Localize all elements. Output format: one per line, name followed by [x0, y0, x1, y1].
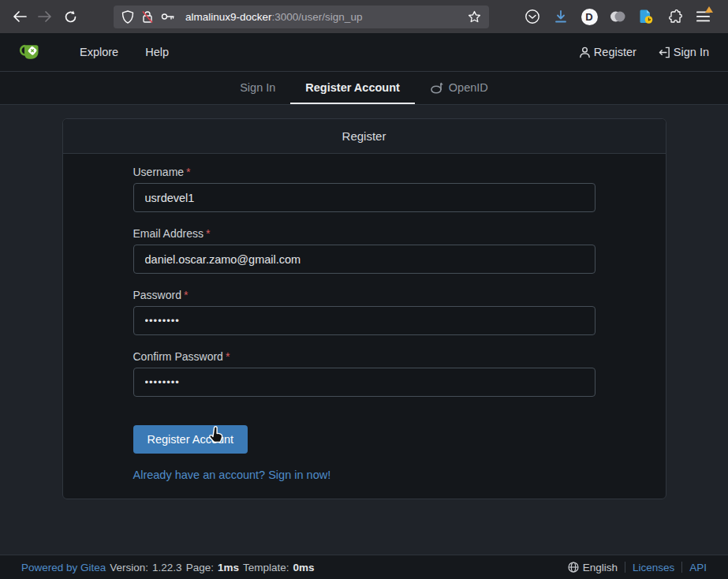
page-time-label: Page:	[186, 562, 214, 573]
footer: Powered by Gitea Version: 1.22.3 Page: 1…	[0, 555, 728, 579]
nav-help[interactable]: Help	[132, 46, 182, 58]
menu-icon[interactable]	[692, 4, 714, 29]
globe-icon	[568, 562, 579, 573]
downloads-icon[interactable]	[550, 4, 572, 29]
insecure-lock-icon[interactable]	[141, 10, 154, 24]
panel-title: Register	[63, 119, 666, 154]
tab-register-account[interactable]: Register Account	[290, 72, 415, 104]
api-link[interactable]: API	[689, 562, 707, 573]
openid-icon	[430, 80, 444, 95]
url-bar[interactable]: almalinux9-docker:3000/user/sign_up	[114, 6, 489, 28]
username-field-group: Username*	[133, 166, 595, 212]
template-time-label: Template:	[243, 562, 289, 573]
username-input[interactable]	[133, 183, 595, 212]
translate-doc-icon[interactable]	[635, 4, 657, 29]
forward-icon[interactable]	[32, 4, 58, 29]
page-body: Register Username* Email Address* Passwo…	[0, 105, 728, 555]
reload-icon[interactable]	[58, 4, 83, 29]
version-value: 1.22.3	[152, 562, 182, 573]
confirm-password-input[interactable]	[133, 368, 595, 397]
url-text[interactable]: almalinux9-docker:3000/user/sign_up	[185, 11, 468, 23]
sign-in-now-link[interactable]: Already have an account? Sign in now!	[133, 469, 595, 481]
licenses-link[interactable]: Licenses	[633, 562, 674, 573]
extensions-puzzle-icon[interactable]	[663, 4, 685, 29]
required-mark: *	[184, 289, 188, 301]
containers-icon[interactable]	[607, 4, 629, 29]
nav-sign-in[interactable]: Sign In	[659, 46, 709, 58]
password-input[interactable]	[133, 306, 595, 335]
password-label: Password*	[133, 289, 595, 301]
gitea-navbar: Explore Help Register Sign In	[0, 33, 728, 72]
confirm-password-field-group: Confirm Password*	[133, 350, 595, 397]
shield-icon[interactable]	[121, 10, 134, 24]
divider	[681, 562, 682, 573]
username-label: Username*	[133, 166, 595, 178]
confirm-password-label: Confirm Password*	[133, 350, 595, 363]
email-field-group: Email Address*	[133, 227, 595, 274]
tab-sign-in[interactable]: Sign In	[225, 72, 290, 104]
divider	[625, 562, 625, 573]
password-field-group: Password*	[133, 289, 595, 335]
required-mark: *	[226, 350, 230, 363]
url-host: almalinux9-docker	[185, 11, 272, 23]
register-panel: Register Username* Email Address* Passwo…	[62, 118, 666, 499]
powered-by-gitea-link[interactable]: Powered by Gitea	[21, 562, 106, 573]
footer-meta: Powered by Gitea Version: 1.22.3 Page: 1…	[21, 562, 315, 573]
nav-register[interactable]: Register	[579, 46, 637, 58]
browser-toolbar: almalinux9-docker:3000/user/sign_up D	[0, 0, 728, 33]
auth-tabs: Sign In Register Account OpenID	[0, 72, 728, 105]
language-selector[interactable]: English	[568, 562, 618, 573]
back-icon[interactable]	[7, 4, 32, 29]
template-time-value: 0ms	[293, 562, 314, 573]
person-icon	[579, 47, 591, 58]
tab-openid[interactable]: OpenID	[415, 72, 503, 104]
nav-explore[interactable]: Explore	[66, 46, 132, 58]
register-account-button[interactable]: Register Account	[133, 425, 248, 454]
menu-alert-badge	[705, 6, 713, 13]
pocket-icon[interactable]	[521, 4, 543, 29]
bookmark-star-icon[interactable]	[468, 10, 481, 24]
required-mark: *	[186, 166, 190, 178]
register-form: Username* Email Address* Password* Confi…	[63, 154, 666, 499]
required-mark: *	[206, 227, 210, 240]
key-icon[interactable]	[161, 12, 175, 21]
version-label: Version:	[110, 562, 148, 573]
email-label: Email Address*	[133, 227, 595, 240]
footer-links: English Licenses API	[568, 562, 707, 573]
email-input[interactable]	[133, 245, 595, 274]
gitea-logo-icon[interactable]	[19, 41, 41, 63]
page-time-value: 1ms	[218, 562, 239, 573]
url-path: :3000/user/sign_up	[272, 11, 363, 23]
profile-d-icon[interactable]: D	[578, 4, 600, 29]
sign-in-icon	[659, 47, 670, 58]
